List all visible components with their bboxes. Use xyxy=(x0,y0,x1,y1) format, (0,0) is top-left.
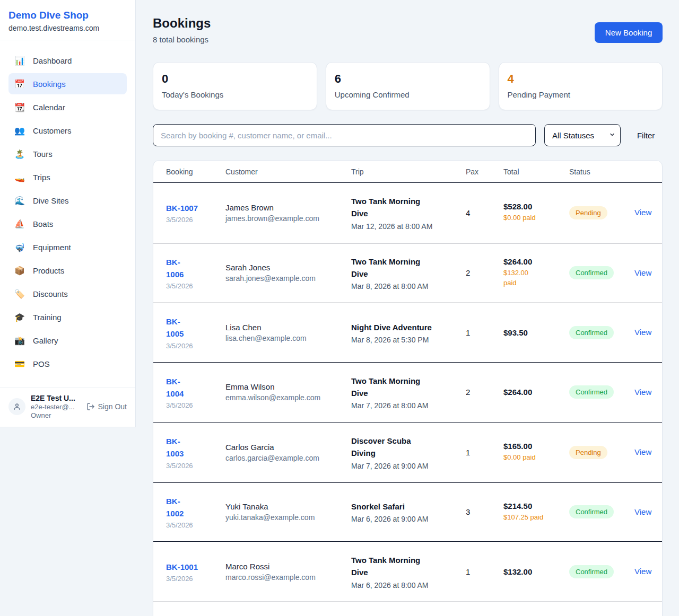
trip-cell: Two Tank MorningDiveMar 6, 2026 at 8:00 … xyxy=(351,554,466,589)
column-header-total: Total xyxy=(503,168,569,176)
stat-label: Pending Payment xyxy=(508,90,654,99)
booking-id-link[interactable]: BK-1005 xyxy=(166,315,184,340)
booking-date: 3/5/2026 xyxy=(166,216,219,224)
pax-count: 2 xyxy=(466,268,503,277)
view-link[interactable]: View xyxy=(634,388,651,397)
camera-icon: 📸 xyxy=(14,336,25,346)
view-link[interactable]: View xyxy=(634,567,651,576)
customer-email: james.brown@example.com xyxy=(225,214,345,223)
customer-cell: Yuki Tanakayuki.tanaka@example.com xyxy=(225,502,351,522)
sailboat-icon: ⛵ xyxy=(14,219,25,229)
booking-id-link[interactable]: BK-1003 xyxy=(166,435,184,460)
customer-cell: Sarah Jonessarah.jones@example.com xyxy=(225,263,351,283)
customer-email: lisa.chen@example.com xyxy=(225,334,345,342)
status-badge: Confirmed xyxy=(569,565,614,578)
sidebar-item-equipment[interactable]: 🤿Equipment xyxy=(8,236,127,258)
total-cell: $132.00 xyxy=(503,567,569,576)
trip-name: Two Tank MorningDive xyxy=(351,256,459,280)
view-link[interactable]: View xyxy=(634,447,651,456)
customer-name: Sarah Jones xyxy=(225,263,345,272)
total-cell: $264.00$132.00paid xyxy=(503,257,569,288)
sidebar-item-pos[interactable]: 💳POS xyxy=(8,353,127,374)
status-select[interactable]: All Statuses xyxy=(544,124,621,146)
sidebar-item-label: Customers xyxy=(33,126,72,135)
paid-amount: $0.00 paid xyxy=(503,453,563,463)
column-header-status: Status xyxy=(569,168,634,176)
sidebar-item-products[interactable]: 📦Products xyxy=(8,260,127,281)
booking-date: 3/5/2026 xyxy=(166,521,219,529)
calendar-icon: 📅 xyxy=(14,79,25,89)
booking-id-link[interactable]: BK-1001 xyxy=(166,561,198,573)
main-content: Bookings 8 total bookings New Booking 0 … xyxy=(136,0,679,616)
stat-upcoming-confirmed: 6 Upcoming Confirmed xyxy=(326,62,490,110)
view-cell: View xyxy=(634,208,658,217)
island-icon: 🏝️ xyxy=(14,149,25,159)
customer-email: carlos.garcia@example.com xyxy=(225,454,345,462)
stat-todays-bookings: 0 Today's Bookings xyxy=(153,62,317,110)
new-booking-button[interactable]: New Booking xyxy=(595,22,663,43)
search-input[interactable] xyxy=(153,124,536,146)
total-cell: $214.50$107.25 paid xyxy=(503,501,569,523)
sign-out-label: Sign Out xyxy=(98,402,127,411)
sidebar-item-dashboard[interactable]: 📊Dashboard xyxy=(8,50,127,71)
sign-out-button[interactable]: Sign Out xyxy=(86,402,127,411)
sidebar-item-trips[interactable]: 🚤Trips xyxy=(8,166,127,188)
customer-email: emma.wilson@example.com xyxy=(225,393,345,402)
sidebar-item-gallery[interactable]: 📸Gallery xyxy=(8,330,127,351)
sidebar-item-boats[interactable]: ⛵Boats xyxy=(8,213,127,234)
customer-email: marco.rossi@example.com xyxy=(225,573,345,582)
sidebar-item-calendar[interactable]: 📆Calendar xyxy=(8,96,127,118)
status-badge: Confirmed xyxy=(569,385,614,399)
filter-button[interactable]: Filter xyxy=(629,131,663,140)
status-cell: Pending xyxy=(569,206,634,219)
status-cell: Confirmed xyxy=(569,326,634,339)
view-link[interactable]: View xyxy=(634,328,651,337)
sidebar-item-customers[interactable]: 👥Customers xyxy=(8,120,127,141)
trip-datetime: Mar 6, 2026 at 8:00 AM xyxy=(351,581,459,589)
tag-icon: 🏷️ xyxy=(14,289,25,299)
sidebar-item-label: Boats xyxy=(33,219,53,228)
booking-date: 3/5/2026 xyxy=(166,282,219,290)
status-cell: Pending xyxy=(569,446,634,459)
status-badge: Pending xyxy=(569,206,607,219)
status-badge: Pending xyxy=(569,446,607,459)
sidebar-item-tours[interactable]: 🏝️Tours xyxy=(8,143,127,164)
booking-id-link[interactable]: BK-1002 xyxy=(166,495,184,520)
sidebar-item-dive-sites[interactable]: 🌊Dive Sites xyxy=(8,190,127,211)
column-header-booking: Booking xyxy=(166,168,225,176)
trip-name: Two Tank MorningDive xyxy=(351,375,459,400)
stat-pending-payment: 4 Pending Payment xyxy=(499,62,663,110)
customer-name: Lisa Chen xyxy=(225,323,345,332)
trip-name: Two Tank MorningDive xyxy=(351,195,459,220)
view-link[interactable]: View xyxy=(634,507,651,516)
trip-datetime: Mar 12, 2026 at 8:00 AM xyxy=(351,222,459,231)
view-link[interactable]: View xyxy=(634,268,651,277)
customer-cell: Carlos Garciacarlos.garcia@example.com xyxy=(225,443,351,462)
sidebar-item-discounts[interactable]: 🏷️Discounts xyxy=(8,283,127,304)
sidebar-item-label: Equipment xyxy=(33,243,71,252)
customer-email: yuki.tanaka@example.com xyxy=(225,513,345,522)
trip-cell: Two Tank MorningDiveMar 8, 2026 at 8:00 … xyxy=(351,256,466,291)
view-cell: View xyxy=(634,268,658,278)
trip-cell: Discover ScubaDivingMar 7, 2026 at 9:00 … xyxy=(351,435,466,470)
booking-id-link[interactable]: BK-1006 xyxy=(166,256,184,281)
view-link[interactable]: View xyxy=(634,208,651,217)
trip-cell: Two Tank MorningDiveMar 12, 2026 at 8:00… xyxy=(351,195,466,231)
booking-cell: BK-10063/5/2026 xyxy=(166,256,225,291)
sidebar-item-label: POS xyxy=(33,359,50,368)
trip-name: Discover ScubaDiving xyxy=(351,435,459,460)
sidebar-item-label: Discounts xyxy=(33,289,68,298)
sidebar-item-training[interactable]: 🎓Training xyxy=(8,306,127,328)
trip-name: Two Tank MorningDive xyxy=(351,554,459,579)
trip-cell: Night Dive AdventureMar 8, 2026 at 5:30 … xyxy=(351,321,466,344)
sidebar-item-bookings[interactable]: 📅Bookings xyxy=(8,73,127,94)
user-role: Owner xyxy=(31,411,81,419)
table-row: BK-10043/5/2026Emma Wilsonemma.wilson@ex… xyxy=(153,363,662,423)
trip-datetime: Mar 7, 2026 at 8:00 AM xyxy=(351,401,459,410)
status-cell: Confirmed xyxy=(569,565,634,578)
status-cell: Confirmed xyxy=(569,385,634,399)
booking-id-link[interactable]: BK-1004 xyxy=(166,375,184,400)
status-badge: Confirmed xyxy=(569,505,614,518)
booking-id-link[interactable]: BK-1007 xyxy=(166,202,198,214)
customer-email: sarah.jones@example.com xyxy=(225,274,345,283)
